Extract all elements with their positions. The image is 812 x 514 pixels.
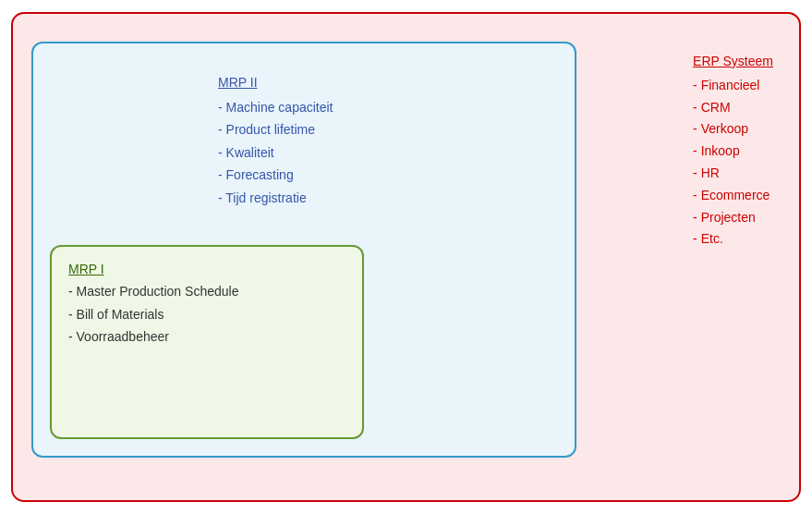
mrp1-items: - Master Production Schedule- Bill of Ma… bbox=[68, 280, 345, 349]
mrp2-item: - Tijd registratie bbox=[218, 187, 333, 210]
mrp2-item: - Forecasting bbox=[218, 164, 333, 187]
erp-box: ERP Systeem - Financieel- CRM- Verkoop- … bbox=[693, 51, 773, 251]
erp-item: - Projecten bbox=[693, 207, 773, 229]
erp-item: - Financieel bbox=[693, 75, 773, 97]
mrp1-item: - Voorraadbeheer bbox=[68, 325, 345, 349]
mrp2-container: MRP II - Machine capaciteit- Product lif… bbox=[31, 42, 576, 458]
erp-item: - CRM bbox=[693, 97, 773, 119]
mrp2-item: - Machine capaciteit bbox=[218, 96, 333, 119]
mrp2-box: MRP II - Machine capaciteit- Product lif… bbox=[218, 71, 333, 209]
erp-item: - Verkoop bbox=[693, 118, 773, 141]
mrp1-title: MRP I bbox=[68, 262, 345, 276]
erp-title: ERP Systeem bbox=[693, 51, 773, 73]
erp-item: - Inkoop bbox=[693, 141, 773, 163]
mrp2-title: MRP II bbox=[218, 71, 333, 94]
erp-item: - Ecommerce bbox=[693, 185, 773, 207]
mrp2-item: - Product lifetime bbox=[218, 118, 333, 141]
outer-box: ERP Systeem - Financieel- CRM- Verkoop- … bbox=[11, 12, 801, 502]
erp-items: - Financieel- CRM- Verkoop- Inkoop- HR- … bbox=[693, 75, 773, 251]
mrp1-item: - Bill of Materials bbox=[68, 303, 345, 326]
mrp2-item: - Kwaliteit bbox=[218, 141, 333, 165]
mrp1-container: MRP I - Master Production Schedule- Bill… bbox=[50, 245, 364, 439]
erp-item: - Etc. bbox=[693, 228, 773, 251]
mrp2-items: - Machine capaciteit- Product lifetime- … bbox=[218, 96, 333, 210]
mrp1-item: - Master Production Schedule bbox=[68, 280, 345, 303]
erp-item: - HR bbox=[693, 163, 773, 185]
